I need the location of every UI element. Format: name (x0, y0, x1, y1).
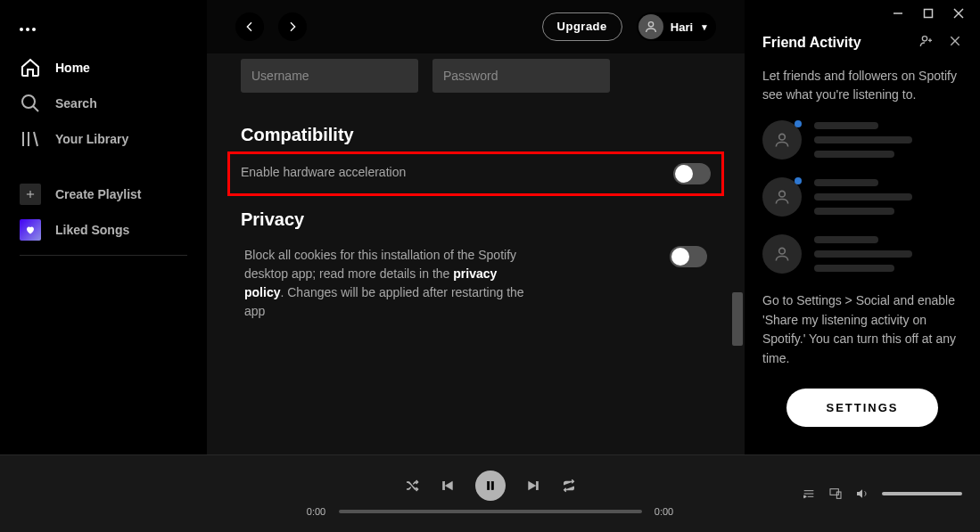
search-icon (20, 93, 41, 114)
person-icon (762, 120, 802, 160)
block-cookies-row: Block all cookies for this installation … (241, 241, 711, 326)
topbar: Upgrade Hari ▼ (207, 0, 745, 53)
svg-point-18 (779, 191, 786, 197)
sidebar-item-label: Your Library (55, 132, 128, 146)
svg-marker-24 (528, 481, 535, 489)
svg-rect-21 (442, 481, 444, 489)
svg-point-12 (922, 37, 926, 41)
svg-marker-29 (804, 495, 807, 498)
sidebar-item-home[interactable]: Home (7, 50, 200, 86)
sidebar-item-label: Home (55, 61, 90, 75)
previous-button[interactable] (440, 478, 456, 494)
svg-point-19 (779, 248, 786, 254)
home-icon (20, 57, 41, 78)
sidebar-item-create-playlist[interactable]: Create Playlist (7, 176, 200, 212)
plus-icon (20, 184, 41, 205)
privacy-heading: Privacy (241, 209, 711, 230)
user-avatar-icon (638, 14, 663, 39)
main-panel: Upgrade Hari ▼ Compatibility Enable hard… (207, 0, 745, 454)
svg-rect-23 (491, 481, 493, 489)
volume-bar[interactable] (882, 492, 962, 495)
add-friend-icon[interactable] (919, 34, 934, 51)
svg-line-5 (33, 106, 38, 111)
friend-activity-title: Friend Activity (762, 35, 861, 51)
volume-icon[interactable] (855, 487, 869, 501)
sidebar-item-library[interactable]: Your Library (7, 121, 200, 157)
player-bar: 0:00 0:00 (0, 454, 980, 532)
window-maximize-icon[interactable] (923, 7, 934, 21)
hardware-accel-label: Enable hardware acceleration (241, 163, 406, 182)
duration-time: 0:00 (651, 506, 678, 517)
svg-rect-22 (487, 481, 489, 489)
friend-activity-intro: Let friends and followers on Spotify see… (762, 67, 962, 104)
friend-placeholder (762, 120, 962, 160)
queue-icon[interactable] (802, 487, 816, 501)
repeat-button[interactable] (561, 478, 577, 494)
friend-activity-panel: Friend Activity Let friends and follower… (745, 0, 980, 454)
friend-activity-help: Go to Settings > Social and enable 'Shar… (762, 291, 962, 369)
devices-icon[interactable] (828, 487, 843, 501)
user-name: Hari (671, 20, 693, 34)
sidebar-item-label: Search (55, 96, 97, 110)
shuffle-button[interactable] (404, 478, 420, 494)
upgrade-button[interactable]: Upgrade (542, 12, 622, 41)
hardware-accel-row: Enable hardware acceleration (232, 156, 720, 192)
friend-settings-button[interactable]: SETTINGS (786, 389, 938, 427)
friend-placeholder (762, 234, 962, 274)
username-field[interactable] (241, 59, 418, 93)
heart-icon (20, 219, 41, 241)
sidebar-item-liked-songs[interactable]: Liked Songs (7, 212, 200, 248)
next-button[interactable] (525, 478, 541, 494)
user-menu[interactable]: Hari ▼ (637, 12, 716, 41)
password-field[interactable] (432, 59, 610, 93)
svg-point-11 (648, 22, 653, 27)
hardware-accel-toggle[interactable] (673, 163, 711, 184)
more-menu-icon[interactable] (7, 16, 200, 50)
elapsed-time: 0:00 (303, 506, 330, 517)
window-minimize-icon[interactable] (893, 7, 903, 21)
compatibility-heading: Compatibility (241, 125, 711, 145)
svg-marker-20 (445, 481, 452, 489)
svg-rect-25 (536, 481, 538, 489)
person-icon (762, 177, 802, 217)
svg-point-17 (779, 134, 786, 140)
scrollbar-thumb[interactable] (732, 292, 743, 346)
divider (20, 255, 187, 256)
play-pause-button[interactable] (475, 471, 506, 501)
person-icon (762, 234, 802, 274)
svg-marker-32 (857, 489, 862, 497)
sidebar-item-search[interactable]: Search (7, 86, 200, 121)
sidebar-item-label: Create Playlist (55, 187, 142, 201)
friend-placeholder (762, 177, 962, 217)
block-cookies-toggle[interactable] (670, 246, 707, 267)
progress-bar[interactable] (339, 510, 642, 513)
nav-forward-button[interactable] (278, 12, 307, 41)
settings-content: Compatibility Enable hardware accelerati… (207, 53, 745, 454)
svg-point-4 (22, 95, 35, 108)
block-cookies-description: Block all cookies for this installation … (244, 246, 539, 321)
nav-back-button[interactable] (235, 12, 264, 41)
window-close-icon[interactable] (953, 7, 964, 21)
chevron-down-icon: ▼ (700, 22, 709, 32)
svg-rect-1 (925, 10, 933, 18)
sidebar-item-label: Liked Songs (55, 223, 129, 237)
library-icon (20, 128, 41, 150)
close-panel-icon[interactable] (948, 34, 962, 51)
sidebar: Home Search Your Library Create Playlist… (0, 0, 207, 454)
svg-line-8 (34, 132, 37, 146)
